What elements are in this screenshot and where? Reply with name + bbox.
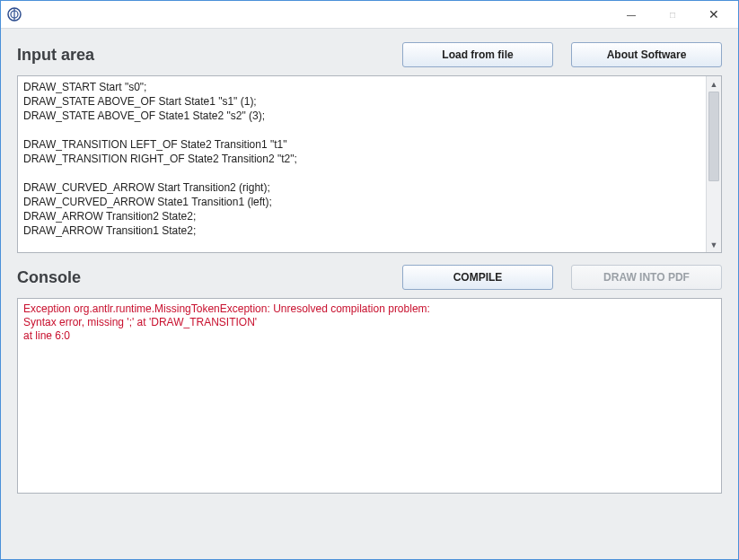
content-area: Input area Load from file About Software… bbox=[1, 28, 738, 559]
draw-into-pdf-button: DRAW INTO PDF bbox=[571, 265, 722, 290]
minimize-button[interactable]: — bbox=[611, 1, 652, 28]
compile-button[interactable]: COMPILE bbox=[402, 265, 553, 290]
scroll-thumb[interactable] bbox=[708, 92, 719, 181]
console-heading: Console bbox=[17, 268, 395, 287]
scroll-up-icon[interactable]: ▲ bbox=[707, 76, 721, 92]
close-button[interactable]: ✕ bbox=[693, 1, 735, 28]
input-textarea-container: ▲ ▼ bbox=[17, 75, 722, 253]
application-window: — □ ✕ Input area Load from file About So… bbox=[0, 0, 739, 560]
input-header: Input area Load from file About Software bbox=[17, 41, 722, 68]
input-heading: Input area bbox=[17, 46, 395, 65]
titlebar: — □ ✕ bbox=[1, 1, 738, 28]
console-header: Console COMPILE DRAW INTO PDF bbox=[17, 264, 722, 291]
scroll-down-icon[interactable]: ▼ bbox=[707, 237, 721, 252]
load-from-file-button[interactable]: Load from file bbox=[402, 42, 553, 67]
input-scrollbar[interactable]: ▲ ▼ bbox=[706, 76, 721, 252]
maximize-button[interactable]: □ bbox=[652, 1, 693, 28]
about-software-button[interactable]: About Software bbox=[571, 42, 722, 67]
app-icon bbox=[6, 6, 22, 22]
console-output: Exception org.antlr.runtime.MissingToken… bbox=[17, 298, 722, 494]
code-input[interactable] bbox=[18, 76, 706, 252]
